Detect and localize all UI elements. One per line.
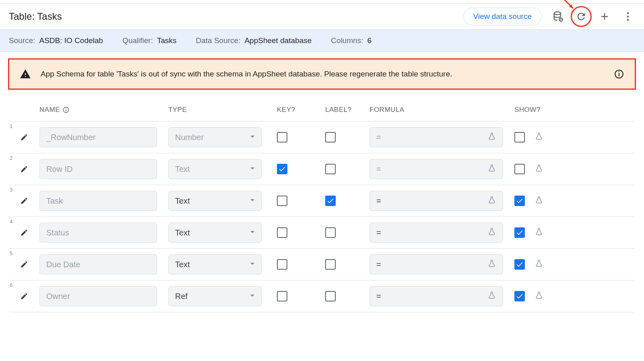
column-type-select[interactable]: Text [168,223,262,243]
label-checkbox[interactable] [325,291,336,301]
info-icon [62,106,70,113]
formula-field[interactable]: = [369,223,503,243]
column-type-select[interactable]: Number [168,127,262,147]
column-type-select[interactable]: Text [168,159,262,179]
column-type-select[interactable]: Text [168,254,262,274]
chevron-down-icon [248,132,257,143]
column-type-select[interactable]: Ref [168,286,262,306]
col-header-show: SHOW? [514,106,575,114]
column-name-field[interactable]: Row ID [39,159,157,179]
flask-icon [487,291,496,302]
show-flask-icon[interactable] [535,132,543,142]
chevron-down-icon [248,227,257,239]
col-header-type: TYPE [168,106,273,114]
formula-field[interactable]: = [369,254,503,274]
edit-column-button[interactable] [20,133,39,141]
col-header-formula: FORMULA [369,106,514,114]
column-name-field[interactable]: Due Date [39,254,157,274]
table-info-strip: Source:ASDB: IO Codelab Qualifier:Tasks … [0,30,644,52]
key-checkbox[interactable] [277,196,287,206]
column-name-field[interactable]: _RowNumber [39,127,157,147]
show-flask-icon[interactable] [535,227,543,238]
view-data-source-button[interactable]: View data source [463,8,542,25]
add-button[interactable] [597,9,612,24]
row-number: 5 [10,250,20,256]
row-number: 2 [10,155,20,161]
row-number: 4 [10,219,20,225]
columns-table: NAME TYPE KEY? LABEL? FORMULA SHOW? 1 _R… [0,93,644,312]
show-flask-icon[interactable] [535,164,543,174]
show-checkbox[interactable] [514,196,525,206]
page-title: Table: Tasks [9,11,62,22]
info-datasource-value: AppSheet database [244,36,312,45]
flask-icon [487,227,496,238]
chevron-down-icon [248,195,257,207]
label-checkbox[interactable] [325,196,336,206]
annotation-highlight-ring [571,6,592,27]
show-checkbox[interactable] [514,227,525,238]
formula-field[interactable]: = [369,127,503,147]
info-qualifier-value: Tasks [157,36,177,45]
show-flask-icon[interactable] [535,196,543,206]
info-source-value: ASDB: IO Codelab [39,36,103,45]
edit-column-button[interactable] [20,197,39,205]
more-menu-button[interactable] [621,9,635,24]
edit-column-button[interactable] [20,229,39,237]
column-name-field[interactable]: Status [39,223,157,243]
edit-column-button[interactable] [20,260,39,268]
column-row: 2 Row ID Text = [10,153,634,185]
label-checkbox[interactable] [325,227,336,238]
column-type-select[interactable]: Text [168,191,262,211]
column-row: 1 _RowNumber Number = [10,122,634,153]
row-number: 6 [10,282,20,288]
info-datasource-label: Data Source: [196,36,241,45]
formula-field[interactable]: = [369,191,503,211]
table-header: Table: Tasks View data source [0,3,644,30]
column-row: 4 Status Text = [10,217,634,249]
info-source-label: Source: [9,36,35,45]
column-row: 6 Owner Ref = [10,281,634,312]
edit-column-button[interactable] [20,292,39,300]
row-number: 3 [10,187,20,193]
flask-icon [487,196,496,206]
flask-icon [487,164,496,175]
column-name-field[interactable]: Task [39,191,157,211]
columns-header-row: NAME TYPE KEY? LABEL? FORMULA SHOW? [10,97,634,122]
label-checkbox[interactable] [325,164,336,174]
chevron-down-icon [248,259,257,270]
warning-text: App Schema for table 'Tasks' is out of s… [41,70,452,78]
chevron-down-icon [248,291,257,302]
warning-icon [20,68,31,80]
show-checkbox[interactable] [514,132,525,142]
column-name-field[interactable]: Owner [39,286,157,306]
formula-field[interactable]: = [369,159,503,179]
column-row: 5 Due Date Text = [10,249,634,281]
schema-warning-banner: App Schema for table 'Tasks' is out of s… [8,58,636,90]
info-columns-value: 6 [367,36,372,45]
header-actions: View data source [463,8,635,25]
key-checkbox[interactable] [277,227,287,238]
edit-column-button[interactable] [20,165,39,173]
key-checkbox[interactable] [277,291,287,301]
show-checkbox[interactable] [514,291,525,301]
show-flask-icon[interactable] [535,259,543,270]
info-columns-label: Columns: [331,36,363,45]
column-row: 3 Task Text = [10,185,634,217]
show-checkbox[interactable] [514,164,525,174]
show-checkbox[interactable] [514,259,525,270]
chevron-down-icon [248,163,257,175]
label-checkbox[interactable] [325,259,336,270]
key-checkbox[interactable] [277,259,287,270]
formula-field[interactable]: = [369,286,503,306]
label-checkbox[interactable] [325,132,336,142]
col-header-label: LABEL? [321,106,369,114]
col-header-key: KEY? [273,106,321,114]
show-flask-icon[interactable] [535,291,543,301]
key-checkbox[interactable] [277,132,287,142]
info-qualifier-label: Qualifier: [122,36,153,45]
col-header-name: NAME [39,106,168,114]
flask-icon [487,132,496,143]
key-checkbox[interactable] [277,164,287,174]
row-number: 1 [10,123,20,129]
warning-info-button[interactable] [614,69,624,79]
